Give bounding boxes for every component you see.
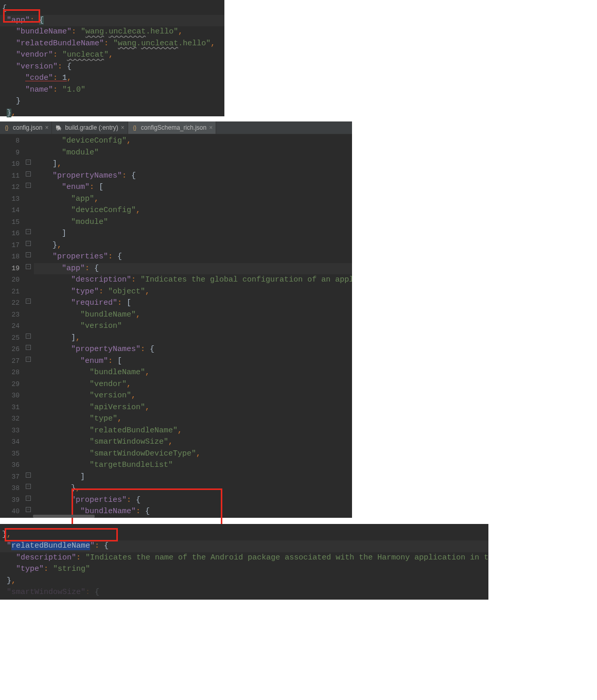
close-icon[interactable]: × bbox=[45, 124, 48, 131]
code-line[interactable]: "relatedBundleName": "wang.unclecat.hell… bbox=[0, 38, 224, 50]
line-number: 37 bbox=[0, 471, 20, 483]
code-line[interactable]: "version" bbox=[34, 321, 352, 332]
code-line[interactable]: ], bbox=[34, 159, 352, 170]
code-line[interactable]: "propertyNames": { bbox=[34, 170, 352, 182]
line-number: 32 bbox=[0, 413, 20, 425]
code-line[interactable]: "name": "1.0" bbox=[0, 84, 224, 96]
fold-toggle-icon[interactable]: − bbox=[26, 484, 31, 489]
fold-toggle-icon[interactable]: − bbox=[26, 334, 31, 339]
code-line[interactable]: "bundleName", bbox=[34, 367, 352, 379]
horizontal-scrollbar[interactable] bbox=[33, 515, 95, 518]
code-line[interactable]: ], bbox=[34, 332, 352, 344]
line-number: 22 bbox=[0, 297, 20, 309]
line-number: 33 bbox=[0, 425, 20, 437]
code-line[interactable]: "type", bbox=[34, 413, 352, 425]
code-line[interactable]: "bundleName", bbox=[34, 309, 352, 321]
editor-panel-config[interactable]: { "app": { "bundleName": "wang.unclecat.… bbox=[0, 0, 224, 116]
code-line[interactable]: "description": "Indicates the global con… bbox=[34, 274, 352, 286]
fold-toggle-icon[interactable]: − bbox=[26, 496, 31, 501]
code-line[interactable]: { bbox=[0, 3, 224, 15]
code-line[interactable]: "module" bbox=[34, 147, 352, 159]
fold-toggle-icon[interactable]: − bbox=[26, 252, 31, 257]
fold-toggle-icon[interactable]: − bbox=[26, 345, 31, 350]
line-number: 21 bbox=[0, 286, 20, 298]
code-line[interactable]: "vendor", bbox=[34, 379, 352, 391]
code-line[interactable]: "required": [ bbox=[34, 297, 352, 309]
code-line[interactable]: "type": "object", bbox=[34, 286, 352, 298]
line-number: 10 bbox=[0, 159, 20, 170]
fold-toggle-icon[interactable]: − bbox=[26, 472, 31, 478]
code-line[interactable]: "bundleName": "wang.unclecat.hello", bbox=[0, 26, 224, 38]
close-icon[interactable]: × bbox=[121, 124, 125, 131]
code-line[interactable]: "propertyNames": { bbox=[34, 344, 352, 356]
line-number: 17 bbox=[0, 240, 20, 252]
line-number: 18 bbox=[0, 251, 20, 263]
fold-toggle-icon[interactable]: − bbox=[26, 241, 31, 246]
code-area[interactable]: "deviceConfig", "module" ], "propertyNam… bbox=[34, 134, 352, 518]
code-line[interactable]: "apiVersion", bbox=[34, 402, 352, 414]
line-number: 12 bbox=[0, 182, 20, 194]
line-number: 25 bbox=[0, 332, 20, 344]
tab-config-json[interactable]: {}config.json× bbox=[0, 121, 52, 134]
code-line[interactable]: "properties": { bbox=[34, 251, 352, 263]
code-line[interactable]: "app", bbox=[34, 194, 352, 205]
tab-label: config.json bbox=[13, 124, 42, 131]
code-line[interactable]: "smartWindowSize", bbox=[34, 436, 352, 448]
code-line[interactable]: "module" bbox=[34, 217, 352, 229]
editor-panel-schema[interactable]: {}config.json×🐘build.gradle (:entry)×{}c… bbox=[0, 121, 352, 518]
fold-toggle-icon[interactable]: − bbox=[26, 171, 31, 177]
fold-toggle-icon[interactable]: − bbox=[26, 299, 31, 304]
code-line[interactable]: ] bbox=[34, 228, 352, 240]
code-line[interactable]: }, bbox=[0, 529, 488, 541]
editor-panel-snippet[interactable]: }, "relatedBundleName": { "description":… bbox=[0, 524, 488, 600]
line-number: 19 bbox=[0, 263, 20, 275]
code-line[interactable]: "version", bbox=[34, 390, 352, 402]
code-line[interactable]: "code": 1, bbox=[0, 73, 224, 84]
fold-toggle-icon[interactable]: − bbox=[26, 357, 31, 362]
code-line[interactable]: "relatedBundleName", bbox=[34, 425, 352, 437]
fold-toggle-icon[interactable]: − bbox=[26, 160, 31, 165]
code-line[interactable]: "app": { bbox=[34, 263, 352, 275]
code-line[interactable]: }, bbox=[0, 108, 224, 119]
line-number: 27 bbox=[0, 356, 20, 367]
line-number: 24 bbox=[0, 321, 20, 332]
code-line[interactable]: "type": "string" bbox=[0, 564, 488, 575]
code-line[interactable]: "enum": [ bbox=[34, 356, 352, 367]
code-line[interactable]: }, bbox=[34, 240, 352, 252]
code-line[interactable]: ] bbox=[34, 471, 352, 483]
line-number: 11 bbox=[0, 170, 20, 182]
code-area[interactable]: }, "relatedBundleName": { "description":… bbox=[0, 528, 488, 599]
code-line[interactable]: "properties": { bbox=[34, 495, 352, 506]
tab-configschema-rich-json[interactable]: {}configSchema_rich.json× bbox=[128, 121, 216, 134]
line-number: 9 bbox=[0, 147, 20, 159]
code-line[interactable]: } bbox=[0, 96, 224, 108]
code-line[interactable]: "enum": [ bbox=[34, 182, 352, 194]
fold-column[interactable]: −−−−−−−−−−−−−−− bbox=[25, 134, 34, 518]
code-line[interactable]: "targetBundleList" bbox=[34, 460, 352, 471]
tab-build-gradle---entry-[interactable]: 🐘build.gradle (:entry)× bbox=[52, 121, 128, 134]
code-line[interactable]: "vendor": "unclecat", bbox=[0, 49, 224, 61]
line-number: 36 bbox=[0, 460, 20, 471]
fold-toggle-icon[interactable]: − bbox=[26, 229, 31, 234]
close-icon[interactable]: × bbox=[209, 124, 213, 131]
code-line[interactable]: "smartWindowSize": { bbox=[0, 587, 488, 599]
line-number: 23 bbox=[0, 309, 20, 321]
code-line[interactable]: "smartWindowDeviceType", bbox=[34, 448, 352, 460]
code-line[interactable]: }, bbox=[34, 483, 352, 495]
code-line[interactable]: "deviceConfig", bbox=[34, 135, 352, 147]
line-number: 29 bbox=[0, 379, 20, 391]
code-area[interactable]: { "app": { "bundleName": "wang.unclecat.… bbox=[0, 2, 224, 119]
code-line[interactable]: "deviceConfig", bbox=[34, 205, 352, 217]
line-number: 15 bbox=[0, 217, 20, 229]
line-number: 20 bbox=[0, 274, 20, 286]
code-line[interactable]: "description": "Indicates the name of th… bbox=[0, 552, 488, 564]
code-line[interactable]: "app": { bbox=[0, 15, 224, 27]
code-line[interactable]: }, bbox=[0, 575, 488, 587]
fold-toggle-icon[interactable]: − bbox=[26, 183, 31, 188]
code-line[interactable]: "version": { bbox=[0, 61, 224, 73]
fold-toggle-icon[interactable]: − bbox=[26, 264, 31, 269]
line-number: 30 bbox=[0, 390, 20, 402]
line-number: 38 bbox=[0, 483, 20, 495]
code-line[interactable]: "relatedBundleName": { bbox=[0, 540, 488, 552]
fold-toggle-icon[interactable]: − bbox=[26, 507, 31, 512]
